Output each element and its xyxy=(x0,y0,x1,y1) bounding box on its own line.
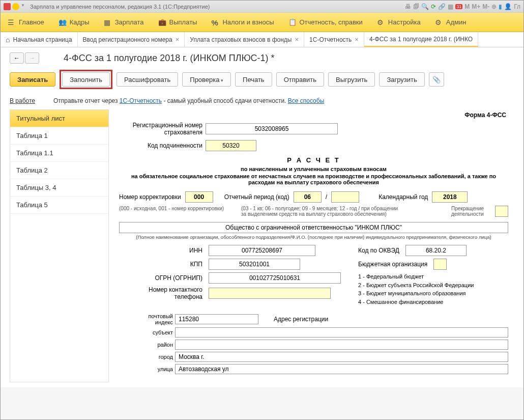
tab-1c-report[interactable]: 1С-Отчетность× xyxy=(304,32,364,47)
link-1c-report[interactable]: 1С-Отчетность xyxy=(120,97,162,104)
home-icon xyxy=(6,36,10,44)
corr-label: Номер корректировки xyxy=(119,193,181,201)
calc-title: Р А С Ч Е Т xyxy=(119,156,508,164)
user-icon[interactable]: 👤 xyxy=(504,3,512,10)
check-button[interactable]: Проверка xyxy=(182,72,231,87)
dropdown-icon[interactable]: ▼ xyxy=(21,3,26,10)
sub-code-field[interactable] xyxy=(206,140,256,151)
calendar-icon[interactable]: 31 xyxy=(455,4,462,9)
back-button[interactable]: ← xyxy=(10,52,24,64)
ogrn-field[interactable] xyxy=(209,272,341,284)
tab-4fss[interactable]: 4-ФСС за 1 полугодие 2018 г. (ИНКО xyxy=(364,32,478,47)
close-icon[interactable]: × xyxy=(295,36,299,43)
form-body: Форма 4-ФСС Регистрационный номер страхо… xyxy=(109,109,514,382)
okved-field[interactable] xyxy=(405,245,467,256)
save-button[interactable]: Записать xyxy=(10,72,55,87)
postcode-field[interactable] xyxy=(175,314,258,324)
page-title: 4-ФСС за 1 полугодие 2018 г. (ИНКОМ ПЛЮС… xyxy=(64,53,275,64)
tab-reg-number[interactable]: Ввод регистрационного номера× xyxy=(78,32,185,47)
period-extra-field[interactable] xyxy=(331,191,359,203)
period-label: Отчетный период (код) xyxy=(224,193,289,201)
reg-number-field[interactable] xyxy=(206,123,338,134)
forward-button[interactable]: → xyxy=(25,52,39,64)
budget-item: 3 - Бюджет муниципального образования xyxy=(358,289,508,298)
budget-item: 2 - Бюджет субъекта Российской Федерации xyxy=(358,281,508,290)
search-icon[interactable]: 🔍 xyxy=(421,3,429,10)
corr-field[interactable] xyxy=(185,191,213,203)
period-note: (03 - 1 кв; 06 - полугодие; 09 - 9 месяц… xyxy=(241,206,399,217)
nav-label: Выплаты xyxy=(169,18,197,26)
favorite-icon[interactable] xyxy=(12,3,19,10)
status-bar: В работе Отправьте отчет через 1С-Отчетн… xyxy=(10,95,514,109)
link-all-methods[interactable]: Все способы xyxy=(288,97,325,104)
toolbar: Записать Заполнить Расшифровать Проверка… xyxy=(10,70,514,89)
city-field[interactable] xyxy=(175,352,508,362)
briefcase-icon xyxy=(158,18,166,26)
inn-field[interactable] xyxy=(209,245,315,256)
street-label: улица xyxy=(134,366,175,372)
m-button[interactable]: M xyxy=(464,3,470,10)
print-icon[interactable]: 🖶 xyxy=(405,3,411,10)
gear-icon xyxy=(435,18,443,26)
nav-label: Зарплата xyxy=(115,18,144,26)
sidebar-item-table1[interactable]: Таблица 1 xyxy=(10,127,108,145)
fill-button[interactable]: Заполнить xyxy=(62,72,110,87)
close-icon[interactable]: × xyxy=(355,36,359,43)
nav-zarplata[interactable]: Зарплата xyxy=(97,13,151,32)
m-plus-button[interactable]: M+ xyxy=(472,3,480,10)
copy-icon[interactable]: 🗐 xyxy=(413,3,419,10)
grid-icon[interactable]: ▦ xyxy=(448,3,453,10)
budget-field[interactable] xyxy=(433,259,447,270)
nav-taxes[interactable]: Налоги и взносы xyxy=(204,13,281,32)
corr-note: (000 - исходная, 001 - номер корректиров… xyxy=(119,206,231,211)
district-field[interactable] xyxy=(175,340,508,350)
year-field[interactable] xyxy=(432,191,468,203)
district-label: район xyxy=(134,342,175,348)
nav-vyplaty[interactable]: Выплаты xyxy=(151,13,205,32)
cease-label: Прекращение деятельности xyxy=(451,206,492,217)
export-button[interactable]: Выгрузить xyxy=(328,72,375,87)
nav-label: Админ xyxy=(446,18,467,26)
slash: / xyxy=(326,193,327,201)
tab-label: Начальная страница xyxy=(13,36,72,43)
import-button[interactable]: Загрузить xyxy=(379,72,424,87)
percent-icon xyxy=(211,18,219,26)
app-title: Зарплата и управление персоналом, редакц… xyxy=(30,4,210,10)
fill-button-highlight: Заполнить xyxy=(60,70,112,89)
cease-checkbox[interactable] xyxy=(495,206,508,217)
sidebar-item-title-page[interactable]: Титульный лист xyxy=(10,110,108,127)
close-icon[interactable]: × xyxy=(176,36,180,43)
kpp-field[interactable] xyxy=(209,259,300,270)
nav-kadry[interactable]: Кадры xyxy=(51,13,97,32)
panel-icon[interactable]: ▮ xyxy=(499,3,502,10)
attach-button[interactable]: 📎 xyxy=(429,72,444,87)
sidebar-item-table2[interactable]: Таблица 2 xyxy=(10,162,108,179)
status-label[interactable]: В работе xyxy=(10,97,35,104)
budget-list: 1 - Федеральный бюджет 2 - Бюджет субъек… xyxy=(358,272,508,306)
nav-admin[interactable]: Админ xyxy=(428,13,474,32)
nav-reports[interactable]: Отчетность, справки xyxy=(281,13,370,32)
zoom-icon[interactable]: ⊕ xyxy=(491,3,497,10)
status-text: Отправьте отчет через xyxy=(53,97,120,104)
nav-main[interactable]: Главное xyxy=(1,13,51,32)
content-area: ← → 4-ФСС за 1 полугодие 2018 г. (ИНКОМ … xyxy=(1,47,523,387)
send-button[interactable]: Отправить xyxy=(276,72,324,87)
user-label: Гл xyxy=(514,3,520,10)
subject-field[interactable] xyxy=(175,327,508,338)
print-button[interactable]: Печать xyxy=(235,72,272,87)
period-field[interactable] xyxy=(294,191,322,203)
m-minus-button[interactable]: M- xyxy=(482,3,489,10)
link-icon[interactable]: 🔗 xyxy=(438,3,446,10)
tab-home[interactable]: Начальная страница xyxy=(1,32,78,47)
decode-button[interactable]: Расшифровать xyxy=(117,72,178,87)
phone-field[interactable] xyxy=(209,288,331,299)
refresh-icon[interactable]: ⟳ xyxy=(431,3,436,10)
sidebar-item-table34[interactable]: Таблицы 3, 4 xyxy=(10,179,108,197)
tab-insurance[interactable]: Уплата страховых взносов в фонды× xyxy=(185,32,304,47)
nav-label: Настройка xyxy=(388,18,421,26)
org-name-field[interactable]: Общество с ограниченной ответственностью… xyxy=(119,222,508,233)
sidebar-item-table11[interactable]: Таблица 1.1 xyxy=(10,145,108,162)
street-field[interactable] xyxy=(175,364,508,374)
nav-settings[interactable]: Настройка xyxy=(370,13,428,32)
sidebar-item-table5[interactable]: Таблица 5 xyxy=(10,197,108,214)
